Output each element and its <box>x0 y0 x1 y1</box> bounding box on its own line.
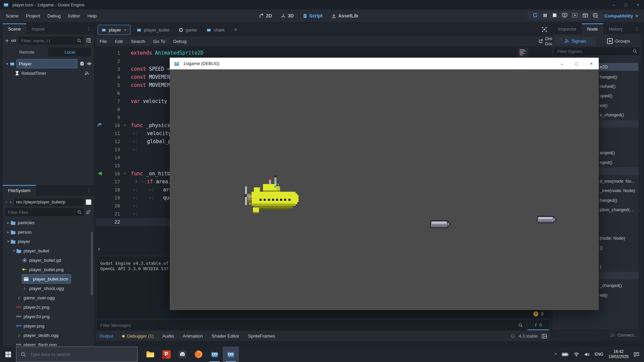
workspace-tab-assetlib[interactable]: AssetLib <box>331 13 358 18</box>
stop-button[interactable] <box>552 13 557 18</box>
renderer-dropdown[interactable]: Compatibility ∨ <box>604 9 638 22</box>
signals-button[interactable]: Signals <box>554 37 596 45</box>
taskbar-app-godot-game[interactable] <box>223 347 239 362</box>
file-player_flash-png[interactable]: player_flash.png <box>3 340 94 346</box>
close-tab-icon[interactable]: × <box>124 27 127 33</box>
node-name-box[interactable]: Player <box>16 59 77 68</box>
tab-import[interactable]: Import <box>26 23 50 34</box>
bottom-tab-animation[interactable]: Animation <box>183 334 203 339</box>
bottom-tab-debugger-1-[interactable]: Debugger (1) <box>122 334 154 339</box>
menu-project[interactable]: Project <box>22 13 44 18</box>
file-player_shoot-ogg[interactable]: ♪player_shoot.ogg <box>3 284 94 293</box>
movie-maker-button[interactable] <box>593 13 598 19</box>
remote-debug-button[interactable] <box>562 13 568 19</box>
minimize-button[interactable]: – <box>608 0 620 9</box>
chevron-down-icon[interactable]: ▾ <box>6 239 10 244</box>
file-person[interactable]: ▸person <box>3 227 94 237</box>
volume-icon[interactable] <box>584 352 590 357</box>
file-player2d-png[interactable]: player2d.png <box>3 312 94 321</box>
tab-inspector[interactable]: Inspector <box>552 23 582 34</box>
script-menu-edit[interactable]: Edit <box>111 39 127 44</box>
sort-files-icon[interactable] <box>86 210 91 215</box>
connect-button[interactable]: Connect... <box>618 333 637 338</box>
close-button[interactable]: × <box>632 0 644 9</box>
menu-scene[interactable]: Scene <box>2 13 22 18</box>
notification-center-icon[interactable] <box>634 352 639 357</box>
maximize-button[interactable]: □ <box>620 0 632 9</box>
fold-chevron-icon[interactable]: ▾ <box>135 179 138 184</box>
tray-expand-icon[interactable]: ^ <box>555 352 557 357</box>
scene-node-reloadtimer[interactable]: ReloadTimer <box>3 68 94 78</box>
expand-editor-button[interactable] <box>542 27 547 33</box>
taskbar-app-discord[interactable] <box>174 347 191 362</box>
script-badge-icon[interactable] <box>79 61 85 66</box>
file-game_over-ogg[interactable]: ♪game_over.ogg <box>3 293 94 302</box>
script-tab-shark[interactable]: shark <box>203 25 228 35</box>
remote-button[interactable]: Remote <box>5 48 48 56</box>
local-button[interactable]: Local <box>48 48 91 56</box>
game-viewport[interactable] <box>170 69 599 310</box>
bottom-tab-output[interactable]: Output <box>100 334 113 339</box>
play-scene-button[interactable] <box>572 13 578 19</box>
fold-chevron-icon[interactable]: ▾ <box>124 123 126 127</box>
game-debug-window[interactable]: 1stgame (DEBUG) – □ × <box>170 58 599 310</box>
nav-back-icon[interactable]: ‹ <box>5 199 7 205</box>
taskbar-app-file-explorer[interactable] <box>142 347 158 362</box>
script-menu-file[interactable]: File <box>96 39 111 44</box>
scene-node-player[interactable]: ▾Player <box>3 59 94 68</box>
script-tab-player_bullet[interactable]: player_bullet <box>133 25 173 35</box>
new-script-tab-button[interactable]: + <box>231 25 240 35</box>
signal-list-scrollbar[interactable] <box>639 60 641 328</box>
taskbar-search[interactable] <box>16 347 138 362</box>
taskbar-app-firefox[interactable] <box>191 347 207 362</box>
dock-menu-icon[interactable]: ⋮ <box>87 23 94 34</box>
wifi-icon[interactable] <box>574 352 579 357</box>
file-player_bullet-tscn[interactable]: player_bullet.tscn <box>3 274 94 284</box>
file-player_bullet[interactable]: ▾player_bullet <box>3 246 94 255</box>
pause-button[interactable] <box>543 13 547 19</box>
file-player[interactable]: ▾player <box>3 237 94 246</box>
language-indicator[interactable]: ENG <box>595 352 603 357</box>
chevron-right-icon[interactable]: ▸ <box>6 230 10 234</box>
notifications-bell-icon[interactable] <box>511 334 515 339</box>
script-tab-game[interactable]: game <box>175 25 200 35</box>
tab-filesystem[interactable]: FileSystem <box>3 185 36 196</box>
script-menu-go-to[interactable]: Go To <box>149 39 169 44</box>
signal-filter-box[interactable] <box>554 47 639 55</box>
file-player-png[interactable]: player.png <box>3 321 94 330</box>
dock-menu-icon[interactable]: ⋮ <box>87 185 94 196</box>
script-tab-player[interactable]: player× <box>98 25 130 35</box>
tab-scene[interactable]: Scene <box>3 23 26 34</box>
nav-forward-icon[interactable]: › <box>10 199 12 205</box>
taskbar-search-input[interactable] <box>30 352 133 357</box>
debug-minimize-button[interactable]: – <box>554 58 569 69</box>
battery-icon[interactable] <box>562 353 569 356</box>
engine-version[interactable]: 4.3.stable <box>519 334 538 339</box>
scene-filter-input[interactable] <box>20 38 77 44</box>
start-button[interactable] <box>0 347 16 362</box>
menu-editor[interactable]: Editor <box>64 13 84 18</box>
debug-maximize-button[interactable]: □ <box>569 58 584 69</box>
file-player_bullet-gd[interactable]: player_bullet.gd <box>3 255 94 265</box>
bottom-tab-audio[interactable]: Audio <box>162 334 174 339</box>
dock-menu-icon[interactable]: ⋮ <box>635 23 641 34</box>
selected-file[interactable]: player_bullet.tscn <box>22 274 71 284</box>
filter-messages-input[interactable] <box>100 322 518 328</box>
debug-close-button[interactable]: × <box>584 58 599 69</box>
debug-window-titlebar[interactable]: 1stgame (DEBUG) – □ × <box>170 58 599 69</box>
file-particles[interactable]: ▸particles <box>3 218 94 227</box>
file-player_bullet-png[interactable]: player_bullet.png <box>3 265 94 274</box>
bottom-tab-spriteframes[interactable]: SpriteFrames <box>248 334 275 339</box>
script-menu-debug[interactable]: Debug <box>169 39 191 44</box>
groups-button[interactable]: Groups <box>598 37 640 45</box>
play-custom-scene-button[interactable] <box>583 13 588 19</box>
taskbar-clock[interactable]: 16:42 13/02/2025 <box>608 349 629 359</box>
fold-chevron-icon[interactable]: ▾ <box>124 171 126 176</box>
add-node-icon[interactable]: + <box>5 38 9 44</box>
tab-node[interactable]: Node <box>582 23 603 34</box>
file-filter-input[interactable] <box>7 209 77 215</box>
scene-filter-box[interactable] <box>18 37 84 45</box>
workspace-tab-script[interactable]: Script <box>303 13 323 18</box>
filter-messages-box[interactable] <box>97 320 526 330</box>
panel-fold-chevron-icon[interactable]: › <box>98 245 100 253</box>
